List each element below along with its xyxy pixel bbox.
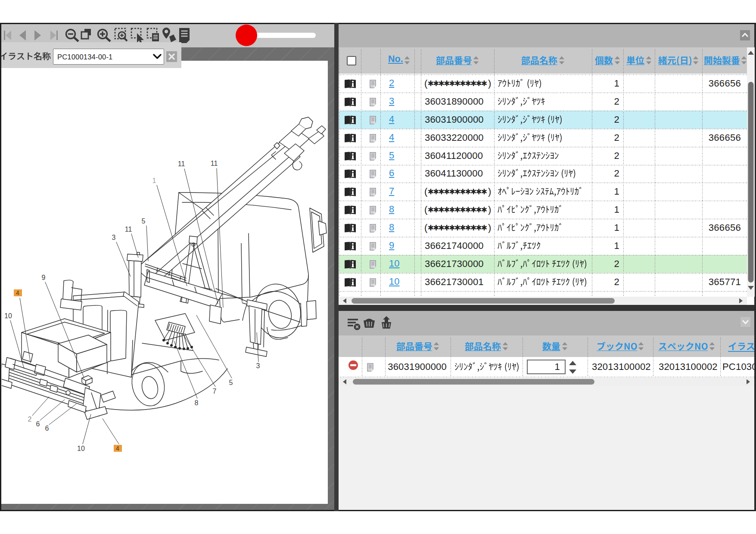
svg-text:3: 3 — [112, 234, 116, 241]
svg-text:5: 5 — [142, 217, 146, 225]
svg-text:1: 1 — [152, 177, 156, 184]
svg-text:11: 11 — [178, 160, 185, 168]
svg-text:10: 10 — [4, 312, 12, 320]
svg-text:7: 7 — [213, 388, 217, 395]
svg-text:5: 5 — [229, 379, 233, 386]
svg-text:4: 4 — [116, 445, 119, 452]
svg-text:6: 6 — [36, 420, 40, 428]
svg-text:6: 6 — [45, 425, 49, 432]
svg-text:8: 8 — [195, 399, 199, 407]
svg-text:11: 11 — [125, 226, 132, 233]
svg-text:2: 2 — [28, 416, 32, 423]
svg-text:4: 4 — [16, 289, 19, 296]
svg-text:10: 10 — [77, 445, 85, 452]
svg-text:9: 9 — [42, 274, 46, 281]
svg-text:11: 11 — [211, 160, 218, 167]
svg-text:3: 3 — [256, 362, 260, 369]
